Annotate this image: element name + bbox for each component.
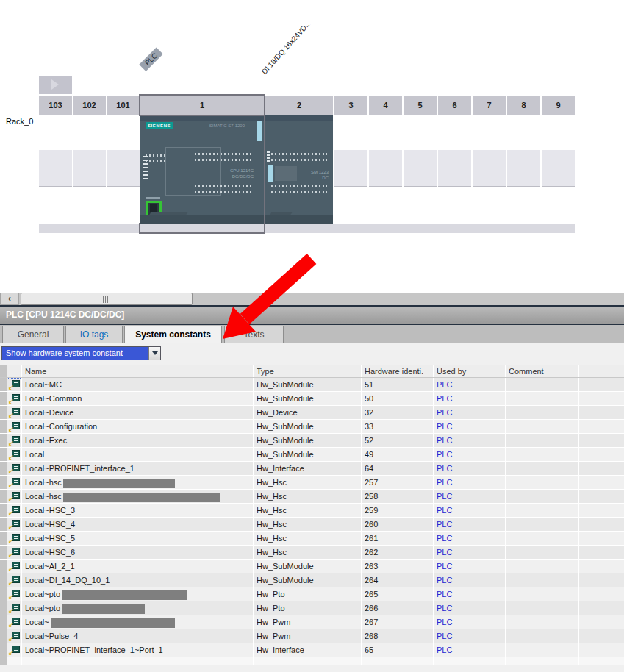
cell-comment <box>506 615 579 629</box>
slot-header-6[interactable]: 6 <box>438 96 471 115</box>
slot-4-empty[interactable] <box>369 115 402 223</box>
scroll-left-button[interactable]: ‹ <box>0 293 19 305</box>
table-row[interactable]: ↙Local~ExecHw_SubModule52PLC <box>0 434 624 448</box>
table-row[interactable]: ↙Local~ptoHw_Pto265PLC <box>0 587 624 601</box>
cell-name: Local~PROFINET_interface_1~Port_1 <box>22 643 254 657</box>
used-by-link[interactable]: PLC <box>437 478 452 487</box>
used-by-link[interactable]: PLC <box>437 436 452 445</box>
column-header-type[interactable]: Type <box>254 365 362 377</box>
di-module-diagonal-label[interactable]: DI 16/DQ 16x24VD... <box>260 19 312 76</box>
tab-system-constants[interactable]: System constants <box>124 326 222 344</box>
slot-header-101[interactable]: 101 <box>107 96 140 115</box>
tab-general[interactable]: General <box>2 326 64 343</box>
cell-hw: 52 <box>362 434 434 447</box>
slot-header-8[interactable]: 8 <box>507 96 540 115</box>
io-module-slot-2[interactable]: SM 1223 DC <box>265 115 333 224</box>
plc-slot-diagonal-label[interactable]: PLC <box>139 47 163 71</box>
column-header-used-by[interactable]: Used by <box>434 365 506 377</box>
table-row[interactable]: ↙Local~ptoHw_Pto266PLC <box>0 601 624 615</box>
slot-6-empty[interactable] <box>438 115 471 223</box>
slot-7-empty[interactable] <box>473 115 506 223</box>
column-header-name[interactable]: Name <box>22 365 254 377</box>
used-by-link[interactable]: PLC <box>437 422 452 431</box>
used-by-link[interactable]: PLC <box>437 632 452 640</box>
cell-fill <box>579 504 624 517</box>
dropdown-arrow-icon[interactable] <box>148 347 160 360</box>
table-row[interactable]: ↙Local~AI_2_1Hw_SubModule263PLC <box>0 560 624 573</box>
table-row[interactable]: ↙Local~DI_14_DQ_10_1Hw_SubModule264PLC <box>0 573 624 587</box>
table-row[interactable]: ↙Local~HSC_6Hw_Hsc262PLC <box>0 546 624 560</box>
slot-9-empty[interactable] <box>542 115 575 223</box>
plc-module-slot-1[interactable]: SIEMENS SIMATIC S7-1200 CPU 1214C DC/DC/… <box>140 115 264 224</box>
slot-header-9[interactable]: 9 <box>542 96 575 115</box>
used-by-link[interactable]: PLC <box>437 562 452 571</box>
cell-name: Local~Exec <box>22 434 254 447</box>
table-row[interactable]: ↙Local~HSC_3Hw_Hsc259PLC <box>0 504 624 518</box>
used-by-link[interactable]: PLC <box>437 450 452 459</box>
module-bottom-strip <box>140 215 264 224</box>
slot-header-3[interactable]: 3 <box>334 96 367 115</box>
used-by-link[interactable]: PLC <box>437 380 452 389</box>
table-row[interactable]: ↙Local~PROFINET_interface_1~Port_1Hw_Int… <box>0 643 624 657</box>
table-row[interactable]: ↙Local~hscHw_Hsc258PLC <box>0 490 624 504</box>
slot-103-empty[interactable] <box>39 115 72 223</box>
slot-header-1[interactable]: 1 <box>140 96 264 115</box>
column-header-blank <box>0 365 7 377</box>
used-by-link[interactable]: PLC <box>437 618 452 626</box>
system-constant-icon: ↙ <box>9 646 20 655</box>
simatic-series-label: SIMATIC S7-1200 <box>209 124 245 128</box>
horizontal-scrollbar[interactable]: ‹ <box>0 293 624 305</box>
slot-3-empty[interactable] <box>334 115 367 223</box>
used-by-link[interactable]: PLC <box>437 492 452 501</box>
column-header-comment[interactable]: Comment <box>506 365 579 377</box>
module-inset <box>275 166 297 181</box>
used-by-link[interactable]: PLC <box>437 506 452 515</box>
table-row[interactable]: ↙Local~HSC_5Hw_Hsc261PLC <box>0 532 624 546</box>
used-by-link[interactable]: PLC <box>437 520 452 529</box>
cell-fill <box>579 546 624 559</box>
table-row[interactable]: ↙LocalHw_SubModule49PLC <box>0 448 624 462</box>
constants-filter-dropdown[interactable]: Show hardware system constant <box>1 346 161 360</box>
table-row[interactable]: ↙Local~DeviceHw_Device32PLC <box>0 406 624 420</box>
cell-name: Local~hsc <box>22 490 254 503</box>
slot-header-2[interactable]: 2 <box>265 96 333 115</box>
slot-101-empty[interactable] <box>107 115 140 223</box>
used-by-link[interactable]: PLC <box>437 646 452 654</box>
used-by-link[interactable]: PLC <box>437 394 452 403</box>
table-row[interactable]: ↙Local~MCHw_SubModule51PLC <box>0 378 624 392</box>
cell-rowhead <box>0 476 7 489</box>
table-row[interactable]: ↙Local~Pulse_4Hw_Pwm268PLC <box>0 629 624 643</box>
slot-header-5[interactable]: 5 <box>404 96 437 115</box>
cell-used: PLC <box>434 573 506 587</box>
tab-io-tags[interactable]: IO tags <box>65 326 123 343</box>
used-by-link[interactable]: PLC <box>437 590 452 598</box>
empty-cell <box>434 657 506 665</box>
slot-5-empty[interactable] <box>404 115 437 223</box>
table-row[interactable]: ↙Local~PROFINET_interface_1Hw_Interface6… <box>0 462 624 476</box>
cell-type: Hw_Hsc <box>254 490 362 503</box>
used-by-link[interactable]: PLC <box>437 576 452 585</box>
sm-type-label: SM 1223 DC <box>311 169 329 181</box>
slot-102-empty[interactable] <box>73 115 106 223</box>
table-row[interactable]: ↙Local~HSC_4Hw_Hsc260PLC <box>0 518 624 532</box>
tab-texts[interactable]: Texts <box>224 326 284 343</box>
slot-header-7[interactable]: 7 <box>473 96 506 115</box>
column-header-hardware-identi-[interactable]: Hardware identi. <box>362 365 434 377</box>
table-row[interactable]: ↙Local~CommonHw_SubModule50PLC <box>0 392 624 406</box>
used-by-link[interactable]: PLC <box>437 534 452 543</box>
table-row[interactable]: ↙Local~hscHw_Hsc257PLC <box>0 476 624 490</box>
used-by-link[interactable]: PLC <box>437 408 452 417</box>
used-by-link[interactable]: PLC <box>437 464 452 473</box>
used-by-link[interactable]: PLC <box>437 548 452 557</box>
slot-header-103[interactable]: 103 <box>39 96 72 115</box>
cell-used: PLC <box>434 629 506 643</box>
table-row[interactable]: ↙Local~ConfigurationHw_SubModule33PLC <box>0 420 624 434</box>
used-by-link[interactable]: PLC <box>437 604 452 612</box>
rack-expand-button[interactable] <box>39 76 72 94</box>
slot-header-4[interactable]: 4 <box>369 96 402 115</box>
table-row[interactable]: ↙Local~Hw_Pwm267PLC <box>0 615 624 629</box>
slot-header-102[interactable]: 102 <box>73 96 106 115</box>
scrollbar-thumb[interactable] <box>21 293 193 305</box>
slot-8-empty[interactable] <box>507 115 540 223</box>
cell-name: Local~PROFINET_interface_1 <box>22 462 254 475</box>
